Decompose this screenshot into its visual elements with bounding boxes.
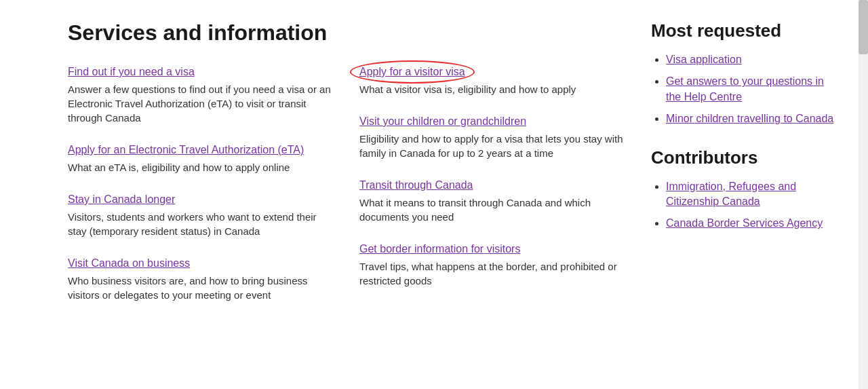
transit-canada-link[interactable]: Transit through Canada xyxy=(359,179,624,191)
visit-children-desc: Eligibility and how to apply for a visa … xyxy=(359,132,624,160)
service-item-stay-longer: Stay in Canada longer Visitors, students… xyxy=(68,193,332,238)
service-item-visit-business: Visit Canada on business Who business vi… xyxy=(68,257,332,302)
contributors-list: Immigration, Refugees and Citizenship Ca… xyxy=(651,179,841,231)
visa-application-link[interactable]: Visa application xyxy=(666,54,742,65)
contributors-title: Contributors xyxy=(651,147,841,168)
service-item-find-visa: Find out if you need a visa Answer a few… xyxy=(68,66,332,125)
service-item-visit-children: Visit your children or grandchildren Eli… xyxy=(359,115,624,160)
sidebar: Most requested Visa application Get answ… xyxy=(651,20,841,321)
stay-longer-desc: Visitors, students and workers who want … xyxy=(68,210,332,238)
list-item-ircc: Immigration, Refugees and Citizenship Ca… xyxy=(666,179,841,210)
apply-eta-link[interactable]: Apply for an Electronic Travel Authoriza… xyxy=(68,144,332,156)
apply-eta-desc: What an eTA is, eligibility and how to a… xyxy=(68,160,332,174)
minor-children-link[interactable]: Minor children travelling to Canada xyxy=(666,113,833,124)
list-item-visa-application: Visa application xyxy=(666,52,841,67)
most-requested-title: Most requested xyxy=(651,20,841,41)
circled-link-wrapper: Apply for a visitor visa xyxy=(359,66,465,78)
apply-visitor-visa-desc: What a visitor visa is, eligibility and … xyxy=(359,82,624,96)
service-item-border-info: Get border information for visitors Trav… xyxy=(359,243,624,288)
help-centre-link[interactable]: Get answers to your questions in the Hel… xyxy=(666,75,824,102)
col2: Apply for a visitor visa What a visitor … xyxy=(359,66,624,321)
page-title: Services and information xyxy=(68,20,624,45)
col1: Find out if you need a visa Answer a few… xyxy=(68,66,332,321)
page-container: Services and information Find out if you… xyxy=(0,0,868,341)
find-visa-link[interactable]: Find out if you need a visa xyxy=(68,66,332,78)
scrollbar-thumb[interactable] xyxy=(859,0,868,54)
list-item-help-centre: Get answers to your questions in the Hel… xyxy=(666,74,841,105)
transit-canada-desc: What it means to transit through Canada … xyxy=(359,196,624,224)
list-item-cbsa: Canada Border Services Agency xyxy=(666,216,841,231)
most-requested-list: Visa application Get answers to your que… xyxy=(651,52,841,127)
scrollbar-track[interactable] xyxy=(859,0,868,389)
visit-business-link[interactable]: Visit Canada on business xyxy=(68,257,332,270)
list-item-minor-children: Minor children travelling to Canada xyxy=(666,111,841,126)
stay-longer-link[interactable]: Stay in Canada longer xyxy=(68,193,332,206)
service-item-apply-visitor-visa: Apply for a visitor visa What a visitor … xyxy=(359,66,624,96)
services-grid: Find out if you need a visa Answer a few… xyxy=(68,66,624,321)
service-item-transit-canada: Transit through Canada What it means to … xyxy=(359,179,624,224)
cbsa-link[interactable]: Canada Border Services Agency xyxy=(666,217,823,229)
visit-children-link[interactable]: Visit your children or grandchildren xyxy=(359,115,624,128)
main-content: Services and information Find out if you… xyxy=(68,20,624,321)
service-item-apply-eta: Apply for an Electronic Travel Authoriza… xyxy=(68,144,332,174)
visit-business-desc: Who business visitors are, and how to br… xyxy=(68,274,332,302)
apply-visitor-visa-link[interactable]: Apply for a visitor visa xyxy=(359,66,465,77)
ircc-link[interactable]: Immigration, Refugees and Citizenship Ca… xyxy=(666,181,796,207)
border-info-desc: Travel tips, what happens at the border,… xyxy=(359,259,624,288)
find-visa-desc: Answer a few questions to find out if yo… xyxy=(68,82,332,125)
border-info-link[interactable]: Get border information for visitors xyxy=(359,243,624,255)
